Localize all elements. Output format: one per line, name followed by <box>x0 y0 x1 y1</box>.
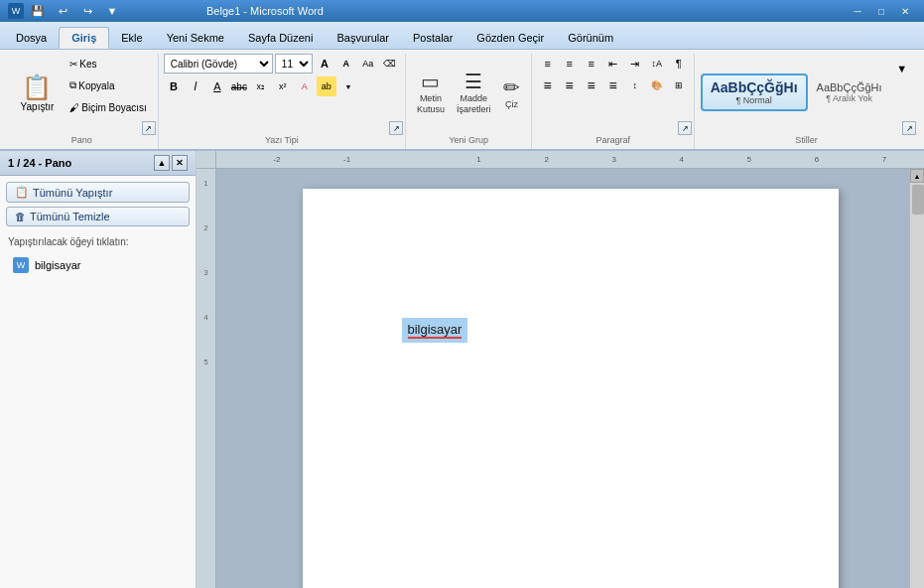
ruler-top: -2 -1 1 2 3 4 5 6 7 <box>216 151 924 169</box>
ruler-mark-v-5: 5 <box>203 358 207 367</box>
style-normal-label: ¶ Normal <box>711 95 798 105</box>
superscript-button[interactable]: x² <box>273 76 293 96</box>
metin-label: MetinKutusu <box>417 93 445 115</box>
font-grow-button[interactable]: A <box>315 54 334 74</box>
style-normal-button[interactable]: AaBbÇçĞğHı ¶ Normal <box>701 74 808 111</box>
tab-dosya[interactable]: Dosya <box>4 27 59 49</box>
styles-more-button[interactable]: ▼ <box>891 58 913 79</box>
shading-button[interactable]: 🎨 <box>647 75 667 95</box>
font-color-dropdown[interactable]: ▼ <box>338 76 358 96</box>
paste-icon: 📋 <box>22 74 52 101</box>
pano-expand-button[interactable]: ↗ <box>142 121 156 135</box>
align-center-button[interactable]: ≡ <box>560 75 580 95</box>
paragraf-content: ≡ ≡ ≡ ⇤ ⇥ ↕A ¶ ≡ ≡ ≡ ≡ ↕ 🎨 ⊞ <box>538 54 689 145</box>
copy-icon: ⧉ <box>69 79 76 91</box>
list-multi-button[interactable]: ≡ <box>582 54 601 74</box>
close-button[interactable]: ✕ <box>894 2 916 20</box>
indent-increase-button[interactable]: ⇥ <box>625 54 645 74</box>
ribbon-group-paragraf: ≡ ≡ ≡ ⇤ ⇥ ↕A ¶ ≡ ≡ ≡ ≡ ↕ 🎨 ⊞ Paragraf ↗ <box>532 54 695 149</box>
tab-gozden-gecir[interactable]: Gözden Geçir <box>464 27 556 49</box>
ribbon: 📋 Yapıştır ✂ Kes ⧉ Kopyala 🖌 Biçim Boyac… <box>0 50 924 151</box>
highlight-button[interactable]: ab <box>317 76 336 96</box>
paste-button[interactable]: 📋 Yapıştır <box>12 69 64 117</box>
align-right-button[interactable]: ≡ <box>582 75 601 95</box>
clear-all-button[interactable]: 🗑 Tümünü Temizle <box>6 207 190 226</box>
font-row-1: Calibri (Gövde) 11 A A Aa ⌫ <box>164 54 400 74</box>
scroll-up-button[interactable]: ▲ <box>910 169 924 183</box>
clipboard-panel-header: 1 / 24 - Pano ▲ ✕ <box>0 151 196 176</box>
title-text: Belge1 - Microsoft Word <box>206 5 324 17</box>
minimize-button[interactable]: ─ <box>847 2 868 20</box>
subscript-button[interactable]: x₂ <box>251 76 271 96</box>
maximize-button[interactable]: □ <box>870 2 892 20</box>
panel-expand-button[interactable]: ▲ <box>154 155 170 171</box>
panel-close-button[interactable]: ✕ <box>172 155 188 171</box>
ruler-marks-horizontal: -2 -1 1 2 3 4 5 6 7 <box>241 155 918 164</box>
quick-save-button[interactable]: 💾 <box>27 0 49 22</box>
copy-button[interactable]: ⧉ Kopyala <box>65 75 152 95</box>
para-row-1: ≡ ≡ ≡ ⇤ ⇥ ↕A ¶ <box>538 54 689 74</box>
metin-kutusu-button[interactable]: ▭ MetinKutusu <box>412 67 450 118</box>
font-color-button[interactable]: A <box>295 76 315 96</box>
ruler-mark-v-2: 2 <box>203 223 207 232</box>
italic-button[interactable]: İ <box>186 76 205 96</box>
word-icon: W <box>8 3 24 19</box>
ruler-mark-v-3: 3 <box>203 268 207 277</box>
paragraf-label: Paragraf <box>595 135 630 145</box>
main-layout: 1 / 24 - Pano ▲ ✕ 📋 Tümünü Yapıştır 🗑 Tü… <box>0 151 924 588</box>
yazitipi-content: Calibri (Gövde) 11 A A Aa ⌫ B İ A abc x₂… <box>164 54 400 145</box>
quick-undo-button[interactable]: ↩ <box>52 0 73 22</box>
border-button[interactable]: ⊞ <box>669 75 689 95</box>
style-aralik-yok-button[interactable]: AaBbÇçĞğHı ¶ Aralık Yok <box>810 76 889 108</box>
clipboard-item-0[interactable]: W bilgisayar <box>4 252 192 278</box>
font-case-button[interactable]: Aa <box>358 54 378 74</box>
cut-button[interactable]: ✂ Kes <box>65 54 152 74</box>
tab-ekle[interactable]: Ekle <box>109 27 154 49</box>
align-justify-button[interactable]: ≡ <box>603 75 623 95</box>
madde-isaretleri-button[interactable]: ☰ Maddeİşaretleri <box>452 67 496 118</box>
underline-button[interactable]: A <box>207 76 227 96</box>
clipboard-panel-title: 1 / 24 - Pano <box>8 157 71 169</box>
line-spacing-button[interactable]: ↕ <box>625 75 645 95</box>
ribbon-tabs: Dosya Giriş Ekle Yeni Sekme Sayfa Düzeni… <box>0 22 924 50</box>
document-area: -2 -1 1 2 3 4 5 6 7 1 2 3 4 5 <box>197 151 924 588</box>
clear-format-button[interactable]: ⌫ <box>380 54 400 74</box>
selected-word: bilgisayar <box>402 318 468 343</box>
tab-sayfa-duzeni[interactable]: Sayfa Düzeni <box>236 27 325 49</box>
tab-giris[interactable]: Giriş <box>59 27 109 49</box>
font-size-select[interactable]: 11 <box>275 54 313 74</box>
sort-button[interactable]: ↕A <box>647 54 667 74</box>
yazitipi-label: Yazı Tipi <box>265 135 299 145</box>
tab-goruntum[interactable]: Görünüm <box>556 27 625 49</box>
tab-postalar[interactable]: Postalar <box>401 27 464 49</box>
align-left-button[interactable]: ≡ <box>538 75 558 95</box>
tab-yeni-sekme[interactable]: Yeni Sekme <box>155 27 236 49</box>
strikethrough-button[interactable]: abc <box>229 76 249 96</box>
paragraf-expand-button[interactable]: ↗ <box>678 121 692 135</box>
document-scroll-area[interactable]: bilgisayar <box>216 169 924 588</box>
font-family-select[interactable]: Calibri (Gövde) <box>164 54 273 74</box>
font-shrink-button[interactable]: A <box>336 54 356 74</box>
ribbon-group-yenigrp: ▭ MetinKutusu ☰ Maddeİşaretleri ✏ Çiz Ye… <box>406 54 532 149</box>
paste-all-button[interactable]: 📋 Tümünü Yapıştır <box>6 182 190 203</box>
yazitipi-expand-button[interactable]: ↗ <box>389 121 403 135</box>
stiller-label: Stiller <box>795 135 818 145</box>
bold-button[interactable]: B <box>164 76 184 96</box>
scroll-track[interactable] <box>910 183 924 588</box>
vertical-scrollbar[interactable]: ▲ ▼ <box>910 169 924 588</box>
scroll-thumb[interactable] <box>912 185 924 215</box>
list-bullet-button[interactable]: ≡ <box>538 54 558 74</box>
quick-redo-button[interactable]: ↪ <box>76 0 98 22</box>
clipboard-item-text-0: bilgisayar <box>35 259 80 271</box>
format-painter-button[interactable]: 🖌 Biçim Boyacısı <box>65 97 152 117</box>
list-number-button[interactable]: ≡ <box>560 54 580 74</box>
word-text: bilgisayar <box>408 322 462 339</box>
stiller-expand-button[interactable]: ↗ <box>902 121 916 135</box>
indent-decrease-button[interactable]: ⇤ <box>603 54 623 74</box>
font-row-2: B İ A abc x₂ x² A ab ▼ <box>164 76 358 96</box>
pilcrow-button[interactable]: ¶ <box>669 54 689 74</box>
tab-basvurular[interactable]: Başvurular <box>325 27 401 49</box>
ciz-button[interactable]: ✏ Çiz <box>497 73 525 112</box>
quick-access-dropdown[interactable]: ▼ <box>101 0 123 22</box>
ruler-mark-v-4: 4 <box>203 313 207 322</box>
